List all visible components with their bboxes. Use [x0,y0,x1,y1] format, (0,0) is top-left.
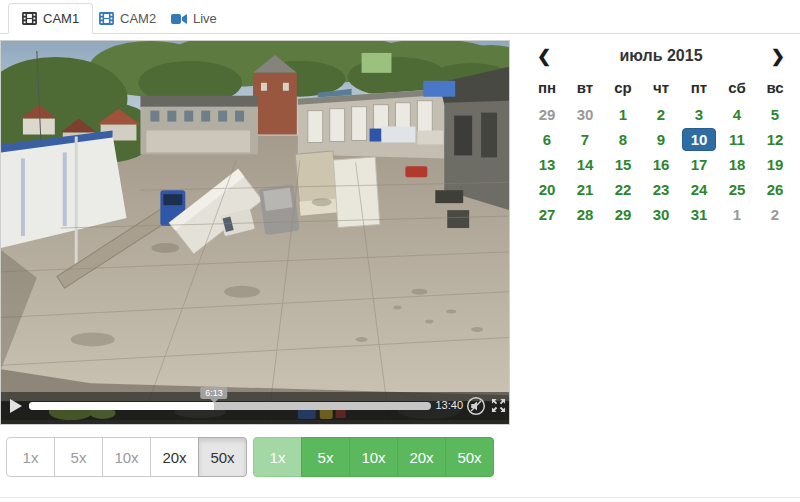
seek-tooltip: 6:13 [200,387,228,399]
speed-button-50x-back[interactable]: 50x [198,437,247,477]
calendar-day-3[interactable]: 3 [680,102,718,127]
calendar-day-label: 23 [644,179,678,200]
calendar-day-30[interactable]: 30 [566,102,604,127]
calendar-day-29[interactable]: 29 [528,102,566,127]
calendar-day-label: 18 [720,154,754,175]
speed-button-10x-back[interactable]: 10x [102,437,151,477]
calendar-day-7[interactable]: 7 [566,127,604,152]
calendar-day-label: 30 [568,104,602,125]
calendar-day-label: 9 [644,129,678,150]
tab-bar: CAM1 CAM2 Live [0,0,800,34]
calendar-day-label: 30 [644,204,678,225]
calendar-day-14[interactable]: 14 [566,152,604,177]
speed-button-1x-back[interactable]: 1x [6,437,55,477]
speed-button-20x-back[interactable]: 20x [150,437,199,477]
calendar-day-label: 31 [682,204,716,225]
calendar-day-label: 13 [530,154,564,175]
fullscreen-button[interactable] [491,398,506,417]
weekday-label-ср: ср [604,76,642,100]
calendar-day-27[interactable]: 27 [528,202,566,227]
calendar-day-20[interactable]: 20 [528,177,566,202]
calendar-day-label: 27 [530,204,564,225]
calendar-day-label: 14 [568,154,602,175]
calendar-day-31[interactable]: 31 [680,202,718,227]
calendar-day-label: 29 [530,104,564,125]
film-icon [22,12,37,25]
calendar-next-icon[interactable]: ❯ [771,48,785,65]
tab-cam1[interactable]: CAM1 [8,3,93,34]
calendar-day-15[interactable]: 15 [604,152,642,177]
calendar-day-label: 28 [568,204,602,225]
calendar-day-28[interactable]: 28 [566,202,604,227]
weekday-label-чт: чт [642,76,680,100]
camera-frame-image [1,41,509,424]
calendar-header: ❮ июль 2015 ❯ [528,44,794,68]
calendar-day-9[interactable]: 9 [642,127,680,152]
calendar-day-1[interactable]: 1 [718,202,756,227]
speed-button-1x-fwd[interactable]: 1x [253,437,302,477]
calendar-prev-icon[interactable]: ❮ [537,48,551,65]
mute-icon[interactable] [466,396,486,420]
video-camera-icon [171,13,187,25]
calendar-day-25[interactable]: 25 [718,177,756,202]
calendar-day-16[interactable]: 16 [642,152,680,177]
weekday-label-пт: пт [680,76,718,100]
calendar-day-label: 1 [606,104,640,125]
calendar-day-label: 7 [568,129,602,150]
player-controls: 6:13 13:40 [1,392,509,420]
calendar-day-29[interactable]: 29 [604,202,642,227]
calendar-day-12[interactable]: 12 [756,127,794,152]
calendar-day-label: 4 [720,104,754,125]
calendar-day-23[interactable]: 23 [642,177,680,202]
calendar-day-label: 12 [758,129,792,150]
speed-button-5x-back[interactable]: 5x [54,437,103,477]
calendar-day-30[interactable]: 30 [642,202,680,227]
weekday-label-вт: вт [566,76,604,100]
tab-label: CAM2 [120,11,156,26]
tab-cam2[interactable]: CAM2 [86,3,169,34]
calendar-day-label: 8 [606,129,640,150]
calendar-day-21[interactable]: 21 [566,177,604,202]
calendar-day-label: 21 [568,179,602,200]
calendar-day-10-selected[interactable]: 10 [680,127,718,152]
calendar-day-2[interactable]: 2 [642,102,680,127]
calendar-day-4[interactable]: 4 [718,102,756,127]
calendar-day-5[interactable]: 5 [756,102,794,127]
calendar-day-6[interactable]: 6 [528,127,566,152]
calendar-day-18[interactable]: 18 [718,152,756,177]
tab-label: CAM1 [43,11,79,26]
seek-bar[interactable]: 6:13 [29,402,431,410]
play-button[interactable] [10,399,22,413]
calendar-day-label: 17 [682,154,716,175]
fast-speed-group: 1x5x10x20x50x [253,437,494,477]
calendar-day-label: 5 [758,104,792,125]
calendar-day-8[interactable]: 8 [604,127,642,152]
calendar-day-label: 24 [682,179,716,200]
speed-button-10x-fwd[interactable]: 10x [349,437,398,477]
calendar-day-24[interactable]: 24 [680,177,718,202]
calendar: ❮ июль 2015 ❯ пнвтсрчтптсбвс 29301234567… [528,44,794,227]
calendar-day-11[interactable]: 11 [718,127,756,152]
speed-button-20x-fwd[interactable]: 20x [397,437,446,477]
calendar-day-label: 19 [758,154,792,175]
tab-live[interactable]: Live [158,3,230,34]
calendar-day-19[interactable]: 19 [756,152,794,177]
calendar-weekdays: пнвтсрчтптсбвс [528,76,794,100]
calendar-day-2[interactable]: 2 [756,202,794,227]
calendar-day-1[interactable]: 1 [604,102,642,127]
calendar-day-26[interactable]: 26 [756,177,794,202]
calendar-day-17[interactable]: 17 [680,152,718,177]
video-player: 6:13 13:40 [0,40,510,425]
speed-button-5x-fwd[interactable]: 5x [301,437,350,477]
speed-button-50x-fwd[interactable]: 50x [445,437,494,477]
calendar-grid: 2930123456789101112131415161718192021222… [528,102,794,227]
calendar-day-label: 2 [644,104,678,125]
weekday-label-пн: пн [528,76,566,100]
calendar-day-label: 3 [682,104,716,125]
calendar-day-22[interactable]: 22 [604,177,642,202]
calendar-day-label: 15 [606,154,640,175]
speed-controls: 1x5x10x20x50x 1x5x10x20x50x [6,437,494,477]
film-icon [99,12,114,25]
calendar-day-13[interactable]: 13 [528,152,566,177]
calendar-day-label: 6 [530,129,564,150]
